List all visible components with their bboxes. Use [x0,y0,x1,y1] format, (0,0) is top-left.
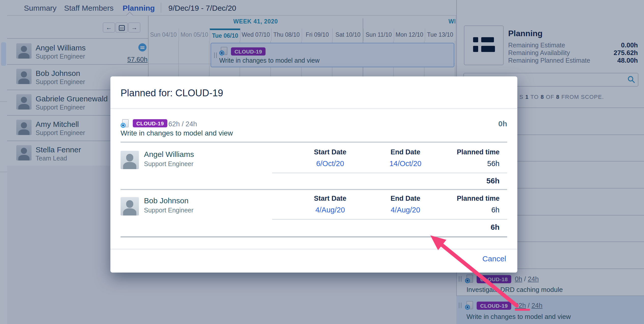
assignee-name-link[interactable]: Bob Johnson [144,196,188,205]
issue-type-icon [121,119,129,128]
table-end-divider [121,236,507,237]
divider [272,219,507,220]
issue-key-badge: CLOUD-19 [133,119,167,127]
planning-app: Summary Staff Members Planning 9/Dec/19 … [0,0,644,324]
cancel-button[interactable]: Cancel [482,254,506,263]
dialog-title: Planned for: CLOUD-19 [121,88,223,99]
assignee-role: Support Engineer [144,207,194,214]
divider [121,189,507,190]
divider [121,142,507,143]
end-date-link[interactable]: 4/Aug/20 [391,206,420,214]
planned-time-value[interactable]: 56h [487,159,500,168]
column-header-start-date: Start Date [314,148,346,156]
column-header-planned-time: Planned time [457,195,500,202]
footer-divider [110,249,517,250]
avatar [121,197,139,215]
assignee-name-link[interactable]: Angel Williams [144,150,194,158]
issue-summary-link[interactable]: Write in changes to model and view [121,129,233,137]
assignee-role: Support Engineer [144,160,194,168]
assignee-subtotal: 6h [491,223,500,231]
assignee-subtotal: 56h [486,176,500,185]
start-date-link[interactable]: 6/Oct/20 [316,159,344,168]
column-header-end-date: End Date [390,195,420,202]
column-header-planned-time: Planned time [457,148,500,156]
start-date-link[interactable]: 4/Aug/20 [315,206,345,214]
divider [110,108,517,109]
end-date-link[interactable]: 14/Oct/20 [389,159,421,168]
column-header-end-date: End Date [390,148,420,156]
planned-for-dialog: Planned for: CLOUD-19 CLOUD-19 62h / 24h… [110,76,517,273]
planned-time-value[interactable]: 6h [491,206,500,214]
column-header-start-date: Start Date [314,195,346,202]
issue-right-hours: 0h [461,119,507,128]
issue-hours: 62h / 24h [168,120,197,128]
divider [272,173,507,173]
avatar [121,151,139,169]
